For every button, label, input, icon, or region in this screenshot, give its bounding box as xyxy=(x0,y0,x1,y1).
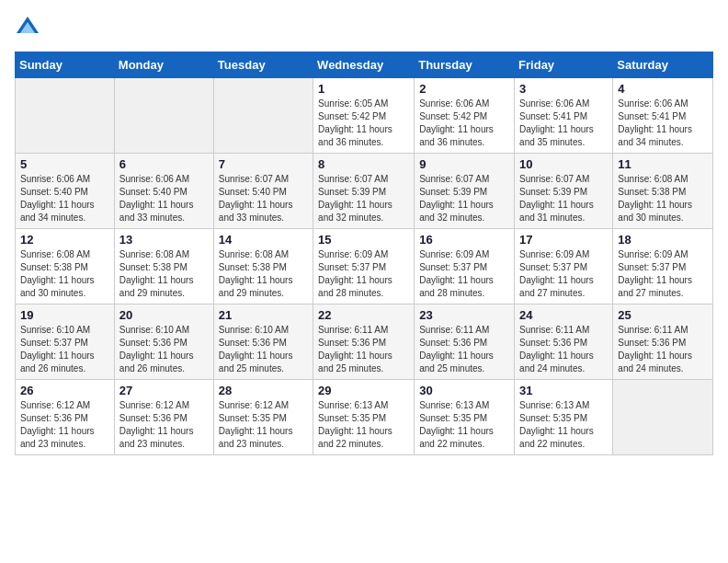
day-number: 8 xyxy=(318,157,409,171)
day-number: 12 xyxy=(20,233,109,247)
calendar-cell xyxy=(613,380,713,455)
day-info: Sunrise: 6:11 AM Sunset: 5:36 PM Dayligh… xyxy=(519,324,608,375)
day-number: 13 xyxy=(119,233,209,247)
day-number: 26 xyxy=(20,384,109,397)
calendar-cell: 12Sunrise: 6:08 AM Sunset: 5:38 PM Dayli… xyxy=(16,229,115,304)
day-info: Sunrise: 6:08 AM Sunset: 5:38 PM Dayligh… xyxy=(20,248,109,300)
day-header-saturday: Saturday xyxy=(613,52,713,78)
day-number: 10 xyxy=(519,157,608,171)
logo xyxy=(15,15,44,40)
calendar-cell: 4Sunrise: 6:06 AM Sunset: 5:41 PM Daylig… xyxy=(613,78,713,154)
day-header-friday: Friday xyxy=(515,52,613,78)
day-info: Sunrise: 6:10 AM Sunset: 5:37 PM Dayligh… xyxy=(20,324,109,375)
day-info: Sunrise: 6:09 AM Sunset: 5:37 PM Dayligh… xyxy=(618,248,708,300)
day-number: 25 xyxy=(618,308,708,322)
calendar-cell: 9Sunrise: 6:07 AM Sunset: 5:39 PM Daylig… xyxy=(415,154,515,229)
calendar-week-row: 5Sunrise: 6:06 AM Sunset: 5:40 PM Daylig… xyxy=(16,154,713,229)
day-header-monday: Monday xyxy=(114,52,213,78)
day-info: Sunrise: 6:06 AM Sunset: 5:40 PM Dayligh… xyxy=(20,173,109,224)
day-number: 7 xyxy=(219,157,308,171)
day-info: Sunrise: 6:06 AM Sunset: 5:41 PM Dayligh… xyxy=(519,98,608,149)
calendar-cell: 29Sunrise: 6:13 AM Sunset: 5:35 PM Dayli… xyxy=(313,380,415,455)
calendar-cell: 5Sunrise: 6:06 AM Sunset: 5:40 PM Daylig… xyxy=(16,154,115,229)
day-number: 24 xyxy=(519,308,608,322)
day-number: 18 xyxy=(618,233,708,247)
calendar-cell: 26Sunrise: 6:12 AM Sunset: 5:36 PM Dayli… xyxy=(16,380,115,455)
day-number: 17 xyxy=(519,233,608,247)
day-number: 3 xyxy=(519,82,608,96)
day-number: 16 xyxy=(419,233,509,247)
calendar-cell: 24Sunrise: 6:11 AM Sunset: 5:36 PM Dayli… xyxy=(515,304,613,380)
calendar-cell: 18Sunrise: 6:09 AM Sunset: 5:37 PM Dayli… xyxy=(613,229,713,304)
calendar-table: SundayMondayTuesdayWednesdayThursdayFrid… xyxy=(15,52,713,455)
calendar-week-row: 19Sunrise: 6:10 AM Sunset: 5:37 PM Dayli… xyxy=(16,304,713,380)
day-number: 2 xyxy=(419,82,509,96)
calendar-cell: 6Sunrise: 6:06 AM Sunset: 5:40 PM Daylig… xyxy=(114,154,213,229)
calendar-cell: 17Sunrise: 6:09 AM Sunset: 5:37 PM Dayli… xyxy=(515,229,613,304)
day-number: 31 xyxy=(519,384,608,397)
calendar-cell: 11Sunrise: 6:08 AM Sunset: 5:38 PM Dayli… xyxy=(613,154,713,229)
day-info: Sunrise: 6:13 AM Sunset: 5:35 PM Dayligh… xyxy=(318,399,409,451)
day-number: 27 xyxy=(119,384,209,397)
day-info: Sunrise: 6:10 AM Sunset: 5:36 PM Dayligh… xyxy=(119,324,209,375)
calendar-week-row: 26Sunrise: 6:12 AM Sunset: 5:36 PM Dayli… xyxy=(16,380,713,455)
day-info: Sunrise: 6:05 AM Sunset: 5:42 PM Dayligh… xyxy=(318,98,409,149)
calendar-cell: 21Sunrise: 6:10 AM Sunset: 5:36 PM Dayli… xyxy=(213,304,313,380)
calendar-cell xyxy=(213,78,313,154)
day-info: Sunrise: 6:07 AM Sunset: 5:39 PM Dayligh… xyxy=(419,173,509,224)
calendar-cell: 20Sunrise: 6:10 AM Sunset: 5:36 PM Dayli… xyxy=(114,304,213,380)
day-number: 19 xyxy=(20,308,109,322)
day-info: Sunrise: 6:07 AM Sunset: 5:40 PM Dayligh… xyxy=(219,173,308,224)
day-info: Sunrise: 6:09 AM Sunset: 5:37 PM Dayligh… xyxy=(419,248,509,300)
calendar-cell: 13Sunrise: 6:08 AM Sunset: 5:38 PM Dayli… xyxy=(114,229,213,304)
day-number: 23 xyxy=(419,308,509,322)
calendar-cell: 22Sunrise: 6:11 AM Sunset: 5:36 PM Dayli… xyxy=(313,304,415,380)
calendar-cell: 2Sunrise: 6:06 AM Sunset: 5:42 PM Daylig… xyxy=(415,78,515,154)
calendar-cell: 3Sunrise: 6:06 AM Sunset: 5:41 PM Daylig… xyxy=(515,78,613,154)
day-number: 15 xyxy=(318,233,409,247)
day-number: 5 xyxy=(20,157,109,171)
day-info: Sunrise: 6:06 AM Sunset: 5:40 PM Dayligh… xyxy=(119,173,209,224)
day-info: Sunrise: 6:09 AM Sunset: 5:37 PM Dayligh… xyxy=(318,248,409,300)
calendar-cell: 25Sunrise: 6:11 AM Sunset: 5:36 PM Dayli… xyxy=(613,304,713,380)
calendar-cell: 10Sunrise: 6:07 AM Sunset: 5:39 PM Dayli… xyxy=(515,154,613,229)
calendar-cell: 23Sunrise: 6:11 AM Sunset: 5:36 PM Dayli… xyxy=(415,304,515,380)
day-info: Sunrise: 6:07 AM Sunset: 5:39 PM Dayligh… xyxy=(519,173,608,224)
day-info: Sunrise: 6:07 AM Sunset: 5:39 PM Dayligh… xyxy=(318,173,409,224)
calendar-cell: 15Sunrise: 6:09 AM Sunset: 5:37 PM Dayli… xyxy=(313,229,415,304)
day-info: Sunrise: 6:09 AM Sunset: 5:37 PM Dayligh… xyxy=(519,248,608,300)
day-info: Sunrise: 6:11 AM Sunset: 5:36 PM Dayligh… xyxy=(318,324,409,375)
day-header-tuesday: Tuesday xyxy=(213,52,313,78)
day-number: 6 xyxy=(119,157,209,171)
calendar-cell: 16Sunrise: 6:09 AM Sunset: 5:37 PM Dayli… xyxy=(415,229,515,304)
day-info: Sunrise: 6:08 AM Sunset: 5:38 PM Dayligh… xyxy=(618,173,708,224)
day-info: Sunrise: 6:08 AM Sunset: 5:38 PM Dayligh… xyxy=(119,248,209,300)
day-info: Sunrise: 6:12 AM Sunset: 5:35 PM Dayligh… xyxy=(219,399,308,451)
calendar-cell xyxy=(16,78,115,154)
day-info: Sunrise: 6:06 AM Sunset: 5:41 PM Dayligh… xyxy=(618,98,708,149)
calendar-week-row: 12Sunrise: 6:08 AM Sunset: 5:38 PM Dayli… xyxy=(16,229,713,304)
day-number: 11 xyxy=(618,157,708,171)
day-info: Sunrise: 6:12 AM Sunset: 5:36 PM Dayligh… xyxy=(119,399,209,451)
calendar-week-row: 1Sunrise: 6:05 AM Sunset: 5:42 PM Daylig… xyxy=(16,78,713,154)
day-number: 9 xyxy=(419,157,509,171)
calendar-cell xyxy=(114,78,213,154)
calendar-cell: 8Sunrise: 6:07 AM Sunset: 5:39 PM Daylig… xyxy=(313,154,415,229)
day-number: 4 xyxy=(618,82,708,96)
day-info: Sunrise: 6:10 AM Sunset: 5:36 PM Dayligh… xyxy=(219,324,308,375)
day-info: Sunrise: 6:08 AM Sunset: 5:38 PM Dayligh… xyxy=(219,248,308,300)
day-number: 22 xyxy=(318,308,409,322)
page-header xyxy=(15,15,713,40)
calendar-cell: 28Sunrise: 6:12 AM Sunset: 5:35 PM Dayli… xyxy=(213,380,313,455)
day-info: Sunrise: 6:12 AM Sunset: 5:36 PM Dayligh… xyxy=(20,399,109,451)
day-info: Sunrise: 6:06 AM Sunset: 5:42 PM Dayligh… xyxy=(419,98,509,149)
day-number: 28 xyxy=(219,384,308,397)
day-info: Sunrise: 6:13 AM Sunset: 5:35 PM Dayligh… xyxy=(419,399,509,451)
calendar-cell: 27Sunrise: 6:12 AM Sunset: 5:36 PM Dayli… xyxy=(114,380,213,455)
day-info: Sunrise: 6:11 AM Sunset: 5:36 PM Dayligh… xyxy=(618,324,708,375)
calendar-cell: 30Sunrise: 6:13 AM Sunset: 5:35 PM Dayli… xyxy=(415,380,515,455)
calendar-cell: 31Sunrise: 6:13 AM Sunset: 5:35 PM Dayli… xyxy=(515,380,613,455)
calendar-cell: 1Sunrise: 6:05 AM Sunset: 5:42 PM Daylig… xyxy=(313,78,415,154)
day-info: Sunrise: 6:13 AM Sunset: 5:35 PM Dayligh… xyxy=(519,399,608,451)
day-number: 21 xyxy=(219,308,308,322)
